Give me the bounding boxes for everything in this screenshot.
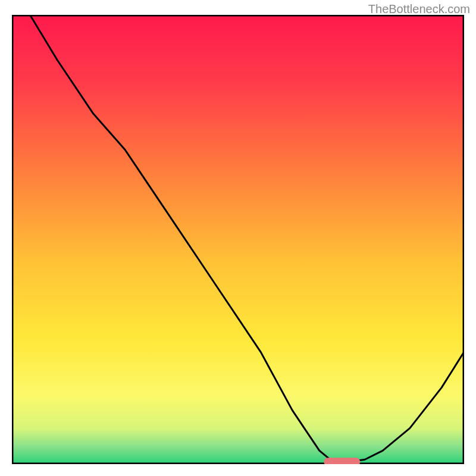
chart-container: TheBottleneck.com (0, 0, 476, 476)
plot-area (12, 15, 464, 464)
svg-rect-0 (12, 15, 464, 464)
chart-svg (12, 15, 464, 464)
watermark-text: TheBottleneck.com (368, 2, 470, 16)
svg-rect-2 (324, 458, 360, 464)
